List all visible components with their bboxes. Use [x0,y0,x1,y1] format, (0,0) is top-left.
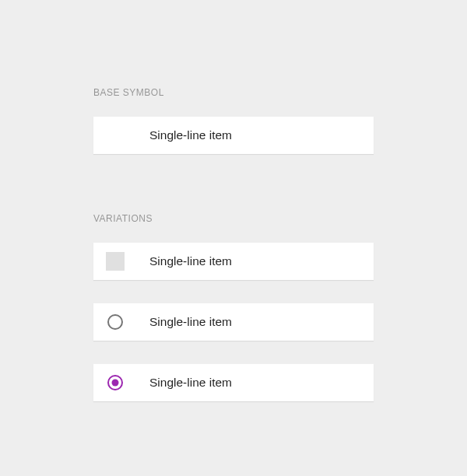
section-header-variations: VARIATIONS [93,213,374,224]
list-item-label: Single-line item [149,117,232,154]
list-item-base[interactable]: Single-line item [93,117,374,154]
list-item-label: Single-line item [149,364,232,401]
leading-slot [93,373,149,392]
square-placeholder-icon [106,252,125,271]
radio-checked-icon [106,373,125,392]
radio-unchecked-icon [106,313,125,331]
leading-slot [93,252,149,271]
svg-point-0 [108,315,122,329]
svg-point-2 [112,380,119,387]
leading-slot [93,313,149,331]
list-item-variation-radio-checked[interactable]: Single-line item [93,364,374,401]
list-item-label: Single-line item [149,243,232,280]
list-item-variation-square[interactable]: Single-line item [93,243,374,280]
page: BASE SYMBOL Single-line item VARIATIONS … [0,0,467,401]
section-header-base: BASE SYMBOL [93,87,374,98]
list-item-label: Single-line item [149,303,232,341]
list-item-variation-radio-unchecked[interactable]: Single-line item [93,303,374,341]
